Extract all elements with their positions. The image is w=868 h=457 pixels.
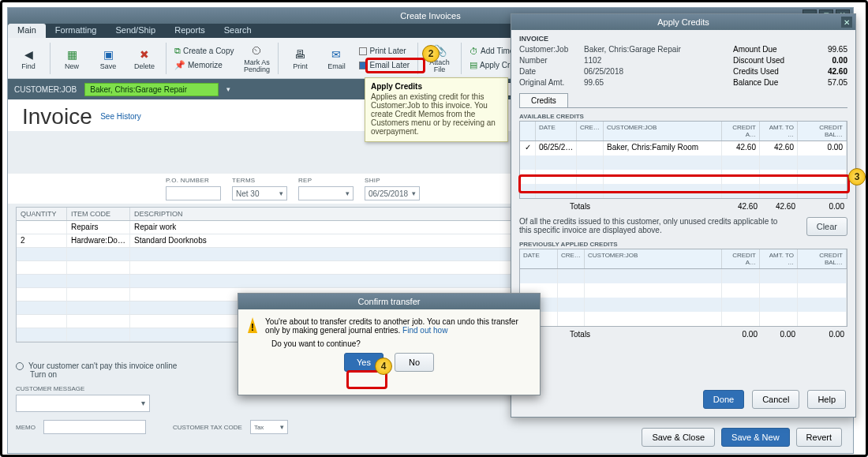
available-credits-totals: Totals 42.60 42.60 0.00 [519, 200, 847, 212]
tab-main[interactable]: Main [8, 24, 46, 38]
memorize-button[interactable]: 📌Memorize [170, 58, 238, 72]
tab-search[interactable]: Search [215, 24, 261, 38]
invoice-section-label: INVOICE [519, 35, 847, 43]
credit-checkbox[interactable]: ✓ [520, 141, 536, 155]
create-copy-button[interactable]: ⧉Create a Copy [170, 44, 238, 58]
delete-button[interactable]: ✖Delete [127, 40, 162, 77]
confirm-question: Do you want to continue? [238, 339, 540, 353]
available-credits-grid[interactable]: DATE CRE… CUSTOMER:JOB CREDIT A… AMT. TO… [519, 121, 847, 199]
online-pay-text: Your customer can't pay this invoice onl… [28, 361, 177, 370]
callout-4: 4 [375, 358, 392, 375]
invoice-title: Invoice [22, 104, 92, 129]
rep-label: REP [298, 177, 354, 184]
credit-row[interactable]: ✓ 06/25/2… Baker, Chris:Family Room 42.6… [520, 141, 847, 155]
clear-button[interactable]: Clear [806, 217, 847, 236]
save-icon: ▣ [100, 47, 116, 62]
callout-3: 3 [848, 168, 866, 185]
see-history-link[interactable]: See History [100, 112, 141, 121]
customer-job-dropdown[interactable]: Baker, Chris:Garage Repair [84, 83, 219, 96]
apply-credits-tooltip: Apply Credits Applies an existing credit… [365, 77, 508, 142]
confirm-message: You're about to transfer credits to anot… [265, 317, 518, 335]
previously-applied-grid[interactable]: DATE CRE… CUSTOMER:JOB CREDIT A… AMT. TO… [519, 249, 847, 327]
revert-button[interactable]: Revert [796, 428, 842, 447]
rep-dropdown[interactable] [298, 186, 354, 200]
find-out-link[interactable]: Find out how [402, 326, 447, 335]
delete-icon: ✖ [137, 47, 152, 62]
radio-icon[interactable] [16, 362, 24, 370]
checkbox-checked-icon [359, 62, 367, 69]
customer-message-dropdown[interactable] [16, 395, 150, 412]
prev-credits-totals: Totals 0.00 0.00 0.00 [519, 328, 847, 340]
terms-dropdown[interactable]: Net 30 [232, 186, 287, 200]
print-icon: 🖶 [292, 47, 308, 62]
clock-icon: ⏱ [470, 47, 478, 56]
find-button[interactable]: ◀Find [11, 40, 46, 77]
save-new-button[interactable]: Save & New [721, 428, 790, 447]
tab-reports[interactable]: Reports [165, 24, 215, 38]
apply-credits-title: Apply Credits [657, 17, 709, 27]
checkbox-icon [359, 47, 367, 55]
chevron-left-icon: ◀ [21, 47, 36, 62]
memo-label: MEMO [16, 424, 36, 431]
ship-date-field[interactable]: 06/25/2018 [365, 186, 420, 200]
po-field[interactable] [166, 186, 221, 200]
mark-pending-button[interactable]: ⏲Mark As Pending [239, 40, 274, 77]
dialog-close-button[interactable]: ✕ [841, 17, 852, 28]
credits-tab[interactable]: Credits [519, 93, 568, 107]
taxcode-label: CUSTOMER TAX CODE [173, 424, 242, 431]
previously-applied-label: PREVIOUSLY APPLIED CREDITS [519, 241, 847, 248]
window-title: Create Invoices [400, 11, 460, 21]
tab-formatting[interactable]: Formatting [46, 24, 107, 38]
callout-2: 2 [422, 45, 440, 62]
email-button[interactable]: ✉Email [319, 40, 354, 77]
available-credits-label: AVAILABLE CREDITS [519, 113, 847, 120]
tab-send-ship[interactable]: Send/Ship [106, 24, 165, 38]
no-button[interactable]: No [395, 353, 434, 372]
credits-note: Of all the credits issued to this custom… [519, 217, 791, 234]
confirm-transfer-dialog: Confirm transfer ! You're about to trans… [238, 293, 541, 395]
memo-field[interactable] [43, 420, 146, 434]
col-quantity: QUANTITY [17, 208, 67, 220]
save-close-button[interactable]: Save & Close [642, 428, 715, 447]
save-button[interactable]: ▣Save [91, 40, 125, 77]
pin-icon: 📌 [174, 60, 185, 70]
apply-credits-dialog: Apply Credits✕ INVOICE Customer:JobBaker… [511, 13, 856, 418]
email-icon: ✉ [328, 47, 344, 62]
print-later-check[interactable]: Print Later [355, 45, 413, 57]
credits-icon: ▤ [470, 60, 477, 70]
new-button[interactable]: ▦New [54, 40, 89, 77]
print-button[interactable]: 🖶Print [282, 40, 317, 77]
email-later-check[interactable]: Email Later [355, 59, 413, 71]
done-button[interactable]: Done [703, 390, 744, 409]
customer-job-label: CUSTOMER:JOB [14, 85, 77, 94]
taxcode-dropdown[interactable]: Tax [250, 420, 288, 434]
ship-label: SHIP [365, 177, 420, 184]
turn-on-link[interactable]: Turn on [30, 370, 57, 379]
terms-label: TERMS [232, 177, 287, 184]
confirm-title: Confirm transfer [238, 294, 540, 309]
copy-icon: ⧉ [174, 46, 181, 56]
help-button[interactable]: Help [807, 390, 846, 409]
cancel-button[interactable]: Cancel [752, 390, 799, 409]
po-label: P.O. NUMBER [166, 177, 221, 184]
warning-icon: ! [248, 317, 257, 333]
pending-icon: ⏲ [249, 43, 264, 58]
new-icon: ▦ [64, 47, 80, 62]
col-item: ITEM CODE [67, 208, 130, 220]
